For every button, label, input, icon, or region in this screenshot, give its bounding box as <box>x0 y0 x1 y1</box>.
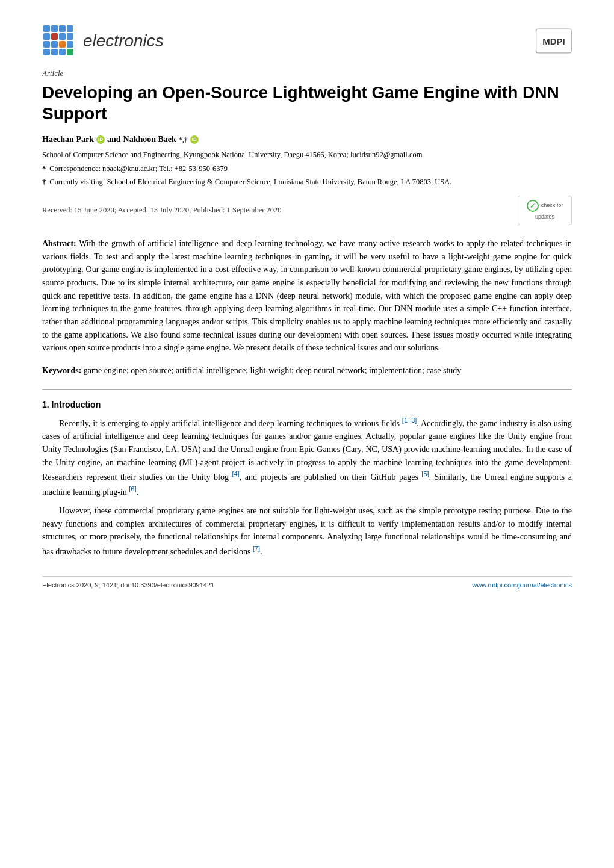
footer-url: www.mdpi.com/journal/electronics <box>472 581 572 589</box>
note-star-symbol: * <box>42 163 46 175</box>
section1-heading: 1. Introduction <box>42 400 572 409</box>
received-row: Received: 15 June 2020; Accepted: 13 Jul… <box>42 196 572 229</box>
svg-rect-12 <box>43 49 50 55</box>
header: electronics MDPI <box>42 24 572 58</box>
check-updates-label-line1: check for <box>541 202 563 209</box>
keywords-block: Keywords: game engine; open source; arti… <box>42 364 572 377</box>
check-updates-top: ✓ check for <box>527 200 563 212</box>
orcid-icon-second: iD <box>190 135 199 144</box>
affiliation-note-dagger: † Currently visiting: School of Electric… <box>42 176 572 188</box>
note-dagger-text: Currently visiting: School of Electrical… <box>49 176 451 188</box>
authors-line: Haechan Park iD and Nakhoon Baek *,† iD <box>42 135 572 144</box>
footer: Electronics 2020, 9, 1421; doi:10.3390/e… <box>42 576 572 589</box>
svg-rect-14 <box>59 49 66 55</box>
ref-5: [5] <box>421 470 429 477</box>
section-divider <box>42 389 572 390</box>
section1-para1: Recently, it is emerging to apply artifi… <box>42 415 572 498</box>
affiliation-note-star: * Correspondence: nbaek@knu.ac.kr; Tel.:… <box>42 163 572 175</box>
abstract-label: Abstract: <box>42 239 76 248</box>
note-dagger-symbol: † <box>42 176 46 188</box>
check-updates-badge: ✓ check for updates <box>518 196 572 225</box>
svg-text:MDPI: MDPI <box>542 36 565 46</box>
note-star-text: Correspondence: nbaek@knu.ac.kr; Tel.: +… <box>49 163 228 175</box>
keywords-label: Keywords: <box>42 366 81 375</box>
section1-para2: However, these commercial proprietary ga… <box>42 504 572 558</box>
svg-rect-2 <box>59 25 66 32</box>
svg-rect-3 <box>67 25 73 32</box>
orcid-icon-first: iD <box>96 135 105 144</box>
svg-rect-0 <box>43 25 50 32</box>
ref-6: [6] <box>129 485 136 492</box>
ref-4: [4] <box>232 470 239 477</box>
svg-rect-9 <box>51 41 58 48</box>
ref-1-3: [1–3] <box>402 417 417 424</box>
check-mark-symbol: ✓ <box>530 202 535 210</box>
author-markers: *,† <box>179 135 188 144</box>
svg-rect-5 <box>51 33 58 40</box>
keywords-text: game engine; open source; artificial int… <box>81 366 461 375</box>
logo-area: electronics <box>42 24 164 58</box>
check-updates-label-line2: updates <box>535 214 554 221</box>
received-text: Received: 15 June 2020; Accepted: 13 Jul… <box>42 206 282 215</box>
footer-citation: Electronics 2020, 9, 1421; doi:10.3390/e… <box>42 581 214 589</box>
author-first: Haechan Park <box>42 135 94 144</box>
svg-rect-6 <box>59 33 66 40</box>
abstract-text: With the growth of artificial intelligen… <box>42 239 572 353</box>
page: electronics MDPI Article Developing an O… <box>0 0 614 868</box>
abstract-block: Abstract: With the growth of artificial … <box>42 237 572 355</box>
svg-rect-15 <box>67 49 73 55</box>
authors-and: and <box>107 135 121 144</box>
journal-name-text: electronics <box>83 31 164 51</box>
affiliation-main: School of Computer Science and Engineeri… <box>42 149 572 161</box>
svg-rect-7 <box>67 33 73 40</box>
ref-7: [7] <box>253 545 260 552</box>
journal-logo-icon <box>42 24 76 58</box>
check-circle-icon: ✓ <box>527 200 539 212</box>
svg-rect-10 <box>59 41 66 48</box>
svg-rect-11 <box>67 41 73 48</box>
svg-rect-8 <box>43 41 50 48</box>
svg-rect-4 <box>43 33 50 40</box>
svg-rect-1 <box>51 25 58 32</box>
mdpi-logo-icon: MDPI <box>536 28 572 54</box>
abstract-paragraph: Abstract: With the growth of artificial … <box>42 237 572 355</box>
paper-title: Developing an Open-Source Lightweight Ga… <box>42 82 572 124</box>
article-label: Article <box>42 69 572 78</box>
svg-rect-13 <box>51 49 58 55</box>
author-second: Nakhoon Baek <box>123 135 176 144</box>
